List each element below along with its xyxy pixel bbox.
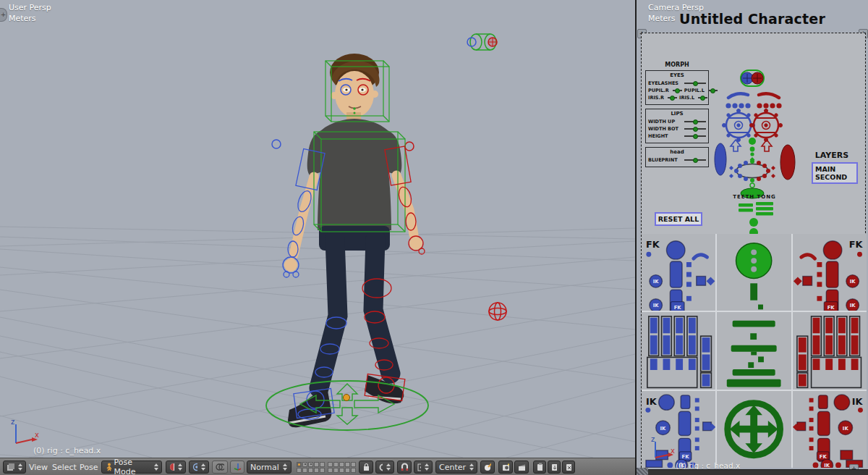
manipulate-center-points-toggle[interactable]: [212, 461, 228, 474]
proportional-edit-dropdown[interactable]: [375, 461, 394, 474]
blender-window: User Persp Meters + z x (0) rig : c_head…: [0, 0, 868, 475]
pole-target-control[interactable]: [489, 303, 506, 320]
brow-dots-right[interactable]: [726, 103, 750, 108]
eyes-box: EYES EYELASHES PUPIL.R PUPIL.L IRIS.R: [645, 70, 709, 105]
eye-target-control[interactable]: [467, 34, 497, 50]
eye-picker-left[interactable]: [750, 109, 783, 142]
blueprint-label: BLUEPRINT: [648, 157, 678, 163]
cell-spine[interactable]: [717, 312, 791, 389]
iris-r-slider[interactable]: [668, 97, 677, 98]
opengl-render-image-button[interactable]: [498, 461, 513, 474]
picker-viewport[interactable]: Camera Persp Meters Untitled Character +…: [637, 0, 868, 475]
cell-hand-right[interactable]: [642, 312, 715, 389]
menu-select[interactable]: Select: [52, 463, 77, 472]
axis-gizmo: z x: [648, 434, 677, 462]
svg-text:z: z: [651, 435, 655, 443]
width-bot-slider[interactable]: [684, 128, 706, 130]
morph-title: MORPH: [645, 62, 709, 68]
camera-frame: MORPH EYES EYELASHES PUPIL.R PUPIL.L IR: [641, 33, 866, 468]
layer-grid-1[interactable]: [297, 462, 325, 473]
width-up-slider[interactable]: [684, 121, 706, 122]
opengl-render-anim-button[interactable]: [514, 461, 529, 474]
blueprint-slider[interactable]: [684, 159, 706, 161]
layer-selector[interactable]: [297, 461, 356, 474]
menu-view[interactable]: View: [29, 463, 48, 472]
svg-text:IK: IK: [653, 303, 660, 308]
viewport-3d[interactable]: User Persp Meters + z x (0) rig : c_head…: [0, 0, 637, 475]
nose-controls[interactable]: [749, 138, 756, 162]
eyelashes-slider[interactable]: [684, 83, 706, 84]
resize-grip[interactable]: [637, 468, 648, 475]
svg-text:x: x: [671, 447, 675, 455]
picker-header-strip: [637, 469, 868, 475]
3d-scene[interactable]: [0, 0, 635, 458]
iris-l-slider[interactable]: [698, 97, 707, 98]
editor-type-spinner[interactable]: [18, 463, 22, 471]
lips-box: LIPS WIDTH UP WIDTH BOT HEIGHT: [645, 109, 709, 143]
render-camera-icon: [502, 463, 509, 471]
mode-dropdown[interactable]: Pose Mode: [101, 461, 162, 474]
viewport-header: View Select Pose Pose Mode: [0, 458, 635, 475]
reset-all-button[interactable]: RESET ALL: [655, 212, 702, 226]
pivot-icon: [192, 463, 197, 471]
svg-text:z: z: [11, 418, 14, 426]
pupil-r-label: PUPIL.R: [648, 88, 669, 93]
brow-picker-right[interactable]: [728, 93, 748, 98]
layer-grid-2[interactable]: [328, 462, 356, 473]
active-object-info: (0) rig : c_head.x: [33, 446, 101, 455]
clapperboard-icon: [518, 463, 525, 471]
character-mesh[interactable]: [284, 54, 422, 427]
mouth-dots-left[interactable]: [757, 161, 775, 181]
pupil-r-slider[interactable]: [673, 90, 682, 91]
copy-pose-icon: [537, 463, 542, 471]
iris-l-label: IRIS.L: [679, 95, 694, 101]
shoulder-control-right[interactable]: [272, 140, 281, 148]
snap-toggle[interactable]: [397, 461, 412, 474]
viewport-shading-dropdown[interactable]: [166, 461, 186, 474]
cell-head[interactable]: [717, 234, 791, 311]
teeth-tongue-controls[interactable]: [734, 202, 778, 234]
ear-control-left[interactable]: [780, 145, 795, 180]
svg-text:IK: IK: [660, 425, 667, 431]
shoulder-control-left[interactable]: [405, 142, 414, 151]
brow-picker-left[interactable]: [759, 93, 779, 98]
origin-point: [344, 395, 350, 401]
ear-control-right[interactable]: [715, 143, 726, 175]
pose-clipboard-group: [533, 461, 575, 474]
mouth-dots-right[interactable]: [729, 161, 748, 181]
cell-hand-left[interactable]: [793, 312, 867, 389]
head-box: head BLUEPRINT: [645, 147, 709, 167]
manipulator-toggle[interactable]: [230, 461, 244, 474]
cell-arm-fk-right[interactable]: FK IK IK FK: [642, 234, 715, 311]
svg-text:x: x: [35, 431, 39, 439]
snap-element-dropdown[interactable]: [414, 461, 433, 474]
magnet-icon: [401, 463, 408, 471]
paste-pose-button[interactable]: [548, 461, 561, 474]
mouth-dots-mid[interactable]: [750, 159, 754, 182]
editor-type-button[interactable]: [3, 461, 26, 474]
copy-pose-button[interactable]: [533, 461, 546, 474]
layer-second-button[interactable]: SECOND: [815, 173, 854, 181]
transform-orientation-dropdown[interactable]: Normal: [247, 461, 292, 474]
body-picker-grid: FK IK IK FK: [642, 234, 867, 468]
svg-text:IK: IK: [849, 279, 856, 285]
brow-dots-left[interactable]: [757, 103, 781, 108]
width-up-label: WIDTH UP: [648, 119, 675, 125]
units-label: Meters: [9, 14, 36, 23]
jaw-stem-control[interactable]: [750, 183, 754, 188]
snap-target-dropdown[interactable]: Center: [435, 461, 477, 474]
pivot-point-dropdown[interactable]: [189, 461, 209, 474]
svg-text:IK: IK: [646, 395, 658, 406]
layer-main-button[interactable]: MAIN: [815, 165, 854, 173]
cell-leg-ik-left[interactable]: IK IK FK IK: [793, 391, 867, 468]
root-platform-control[interactable]: [266, 381, 428, 430]
units-label: Meters: [648, 14, 676, 23]
lock-to-scene-button[interactable]: [359, 461, 373, 474]
cell-root[interactable]: [717, 391, 791, 468]
height-slider[interactable]: [684, 135, 706, 137]
paste-flipped-pose-button[interactable]: [562, 461, 575, 474]
cell-arm-fk-left[interactable]: FK IK IK FK: [793, 234, 867, 311]
menu-pose[interactable]: Pose: [80, 463, 98, 472]
snap-peel-button[interactable]: [480, 461, 495, 474]
center-points-icon: [216, 463, 224, 471]
